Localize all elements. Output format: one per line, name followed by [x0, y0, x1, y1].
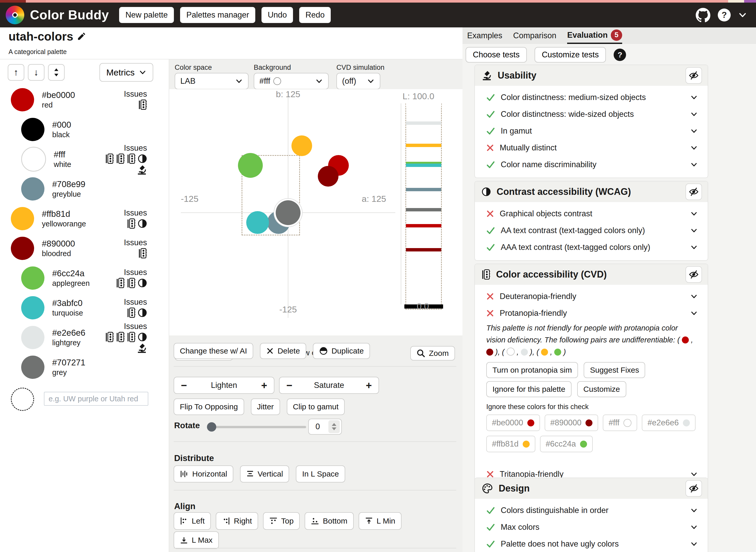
passing-check-row[interactable]: Color distinctness: medium-sized objects [475, 89, 708, 106]
scatter-dot[interactable] [238, 153, 263, 178]
delete-button[interactable]: Delete [260, 343, 306, 359]
failing-check-row[interactable]: Mutually distinct [475, 139, 708, 156]
failing-check-row[interactable]: Protanopia-friendly [475, 305, 708, 321]
palettes-manager-button[interactable]: Palettes manager [180, 7, 255, 23]
scatter-dot[interactable] [291, 135, 312, 156]
passing-check-row[interactable]: Palette does not have ugly colors [475, 536, 708, 552]
l-axis-bar[interactable] [406, 224, 441, 228]
l-axis-column[interactable] [405, 103, 442, 310]
l-axis-bar[interactable] [406, 103, 441, 107]
edit-icon[interactable] [77, 32, 86, 41]
color-swatch[interactable] [21, 296, 44, 319]
hide-section-button[interactable] [686, 67, 702, 84]
color-swatch[interactable] [11, 237, 34, 260]
color-row[interactable]: #e2e6e6lightgreyIssues [0, 322, 169, 352]
cvd-simulation-select[interactable]: (off) [336, 73, 380, 90]
ignore-for-palette-button[interactable]: Ignore for this palette [486, 381, 572, 397]
color-row[interactable]: #707271grey [0, 352, 169, 382]
move-color-up-button[interactable]: ↑ [8, 64, 24, 81]
github-icon[interactable] [696, 7, 711, 22]
scatter-dot[interactable] [318, 166, 338, 186]
passing-check-row[interactable]: In gamut [475, 123, 708, 139]
chevron-down-icon[interactable] [738, 10, 747, 20]
add-color-placeholder-swatch[interactable] [11, 388, 34, 411]
passing-check-row[interactable]: Color name discriminability [475, 156, 708, 173]
l-axis-bar[interactable] [406, 208, 441, 212]
distribute-in-l-space-button[interactable]: In L Space [296, 465, 345, 482]
color-swatch[interactable] [11, 88, 34, 111]
tab-comparison[interactable]: Comparison [513, 27, 556, 44]
clip-to-gamut-button[interactable]: Clip to gamut [287, 399, 345, 415]
new-palette-button[interactable]: New palette [119, 7, 174, 23]
color-row[interactable]: #be0000redIssues [0, 85, 169, 115]
l-axis-bar[interactable] [406, 164, 441, 167]
redo-button[interactable]: Redo [299, 7, 331, 23]
rotate-slider[interactable] [208, 426, 306, 428]
color-row[interactable]: #6cc24aapplegreenIssues [0, 263, 169, 293]
tab-examples[interactable]: Examples [467, 27, 502, 44]
ignore-color-chip[interactable]: #e2e6e6 [642, 415, 696, 431]
tab-evaluation[interactable]: Evaluation5 [567, 27, 622, 44]
jitter-button[interactable]: Jitter [251, 399, 280, 415]
distribute-vertical-button[interactable]: Vertical [240, 465, 289, 482]
suggest-fixes-button[interactable]: Suggest Fixes [584, 362, 645, 378]
color-swatch[interactable] [21, 356, 44, 379]
color-row[interactable]: #ffb81dyelloworangeIssues [0, 203, 169, 233]
undo-button[interactable]: Undo [262, 7, 293, 23]
align-bottom-button[interactable]: Bottom [305, 512, 353, 530]
help-icon[interactable]: ? [718, 9, 731, 21]
background-select[interactable]: #fff [254, 73, 329, 90]
rotate-slider-knob[interactable] [207, 422, 216, 432]
failing-check-row[interactable]: Deuteranopia-friendly [475, 288, 708, 305]
duplicate-button[interactable]: Duplicate [313, 343, 370, 359]
color-row[interactable]: #890000bloodredIssues [0, 233, 169, 263]
color-swatch[interactable] [21, 118, 44, 141]
color-row[interactable]: #3abfc0turquoiseIssues [0, 293, 169, 322]
metrics-dropdown[interactable]: Metrics [100, 63, 153, 82]
turn-on-protanopia-sim-button[interactable]: Turn on protanopia sim [486, 362, 578, 378]
color-swatch[interactable] [21, 326, 44, 349]
change-with-ai-button[interactable]: Change these w/ AI [174, 343, 253, 359]
color-swatch[interactable] [21, 266, 44, 290]
rotate-stepper[interactable] [328, 420, 340, 433]
color-swatch[interactable] [11, 207, 34, 230]
tests-help-icon[interactable]: ? [614, 48, 626, 61]
l-axis-bar[interactable] [406, 188, 441, 191]
l-axis-bar[interactable] [406, 248, 441, 252]
hide-section-button[interactable] [686, 480, 702, 497]
color-swatch[interactable] [21, 147, 46, 172]
align-right-button[interactable]: Right [216, 512, 258, 530]
color-row[interactable]: #fffwhiteIssues [0, 144, 169, 174]
align-left-button[interactable]: Left [174, 512, 211, 530]
align-l-max-button[interactable]: L Max [174, 531, 219, 549]
align-l-min-button[interactable]: L Min [358, 512, 402, 530]
flip-to-opposing-button[interactable]: Flip To Opposing [174, 399, 244, 415]
color-row[interactable]: #000black [0, 115, 169, 144]
rotate-value-input[interactable]: 0 [308, 419, 342, 435]
scatter-dot[interactable] [276, 200, 300, 225]
move-color-down-button[interactable]: ↓ [28, 64, 44, 81]
ignore-color-chip[interactable]: #be0000 [486, 415, 540, 431]
color-row[interactable]: #708e99greyblue [0, 174, 169, 203]
customize-tests-button[interactable]: Customize tests [535, 47, 606, 62]
scatter-dot[interactable] [246, 211, 269, 234]
ignore-color-chip[interactable]: #6cc24a [540, 436, 593, 452]
ignore-color-chip[interactable]: #890000 [545, 415, 598, 431]
zoom-button[interactable]: Zoom [410, 346, 455, 361]
color-space-select[interactable]: LAB [175, 73, 249, 90]
sort-colors-button[interactable] [48, 64, 64, 81]
ignore-color-chip[interactable]: #fff [603, 415, 637, 431]
l-axis-bar[interactable] [406, 122, 441, 125]
passing-check-row[interactable]: AAA text contrast (text-tagged colors on… [475, 239, 708, 256]
passing-check-row[interactable]: Color distinctness: wide-sized objects [475, 106, 708, 123]
distribute-horizontal-button[interactable]: Horizontal [174, 465, 233, 482]
choose-tests-button[interactable]: Choose tests [466, 47, 527, 62]
hide-section-button[interactable] [686, 183, 702, 200]
color-swatch[interactable] [21, 177, 44, 200]
failing-check-row[interactable]: Graphical objects contrast [475, 205, 708, 222]
color-name-input[interactable] [44, 392, 148, 406]
align-top-button[interactable]: Top [263, 512, 300, 530]
lab-scatter-plot[interactable]: b: 125 -125 a: 125 -125 L: 100.0 0.0 ☝Ad… [169, 89, 462, 335]
passing-check-row[interactable]: Colors distinguishable in order [475, 502, 708, 519]
passing-check-row[interactable]: Max colors [475, 519, 708, 536]
